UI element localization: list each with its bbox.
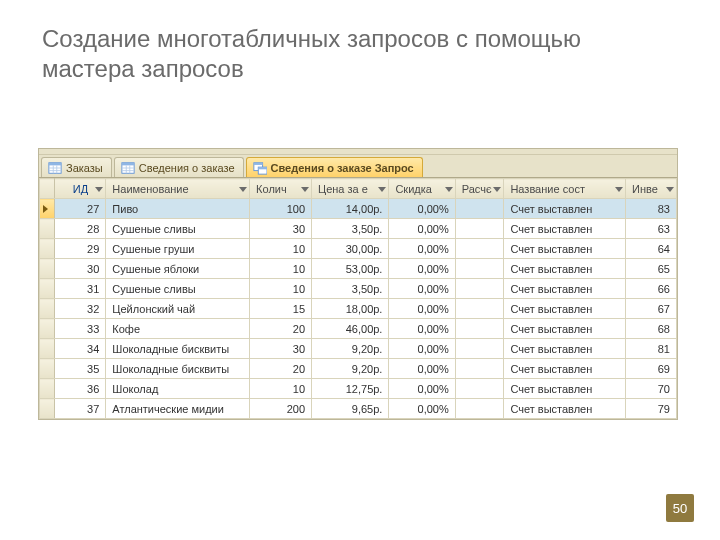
table-row[interactable]: 36Шоколад1012,75p.0,00%Счет выставлен70 [40,379,677,399]
cell-name[interactable]: Шоколадные бисквиты [106,339,250,359]
row-selector[interactable] [40,379,55,399]
table-row[interactable]: 29Сушеные груши1030,00p.0,00%Счет выстав… [40,239,677,259]
col-header-qty[interactable]: Колич [250,179,312,199]
cell-qty[interactable]: 10 [250,259,312,279]
cell-discount[interactable]: 0,00% [389,279,455,299]
cell-price[interactable]: 3,50p. [312,219,389,239]
row-selector[interactable] [40,339,55,359]
cell-id[interactable]: 30 [55,259,106,279]
cell-discount[interactable]: 0,00% [389,319,455,339]
cell-inv[interactable]: 64 [626,239,677,259]
row-selector[interactable] [40,219,55,239]
cell-discount[interactable]: 0,00% [389,399,455,419]
row-selector-header[interactable] [40,179,55,199]
cell-price[interactable]: 14,00p. [312,199,389,219]
table-row[interactable]: 32Цейлонский чай1518,00p.0,00%Счет выста… [40,299,677,319]
cell-status[interactable]: Счет выставлен [504,279,626,299]
cell-price[interactable]: 9,20p. [312,339,389,359]
cell-status[interactable]: Счет выставлен [504,299,626,319]
cell-qty[interactable]: 10 [250,239,312,259]
cell-id[interactable]: 35 [55,359,106,379]
cell-inv[interactable]: 65 [626,259,677,279]
table-row[interactable]: 35Шоколадные бисквиты209,20p.0,00%Счет в… [40,359,677,379]
col-header-price[interactable]: Цена за е [312,179,389,199]
dropdown-icon[interactable] [493,185,501,193]
cell-calc[interactable] [455,339,504,359]
cell-status[interactable]: Счет выставлен [504,219,626,239]
table-row[interactable]: 37Атлантические мидии2009,65p.0,00%Счет … [40,399,677,419]
dropdown-icon[interactable] [378,185,386,193]
cell-name[interactable]: Пиво [106,199,250,219]
cell-status[interactable]: Счет выставлен [504,239,626,259]
cell-inv[interactable]: 79 [626,399,677,419]
cell-calc[interactable] [455,299,504,319]
cell-inv[interactable]: 67 [626,299,677,319]
cell-status[interactable]: Счет выставлен [504,199,626,219]
cell-price[interactable]: 18,00p. [312,299,389,319]
cell-inv[interactable]: 70 [626,379,677,399]
cell-qty[interactable]: 30 [250,219,312,239]
cell-calc[interactable] [455,399,504,419]
table-row[interactable]: 28Сушеные сливы303,50p.0,00%Счет выставл… [40,219,677,239]
dropdown-icon[interactable] [615,185,623,193]
cell-name[interactable]: Шоколад [106,379,250,399]
dropdown-icon[interactable] [666,185,674,193]
cell-name[interactable]: Сушеные груши [106,239,250,259]
cell-price[interactable]: 46,00p. [312,319,389,339]
cell-qty[interactable]: 200 [250,399,312,419]
cell-status[interactable]: Счет выставлен [504,399,626,419]
cell-id[interactable]: 32 [55,299,106,319]
row-selector[interactable] [40,399,55,419]
row-selector[interactable] [40,279,55,299]
table-row[interactable]: 34Шоколадные бисквиты309,20p.0,00%Счет в… [40,339,677,359]
cell-calc[interactable] [455,359,504,379]
cell-qty[interactable]: 30 [250,339,312,359]
cell-inv[interactable]: 83 [626,199,677,219]
cell-calc[interactable] [455,219,504,239]
cell-name[interactable]: Сушеные сливы [106,219,250,239]
cell-id[interactable]: 36 [55,379,106,399]
cell-qty[interactable]: 10 [250,279,312,299]
cell-qty[interactable]: 20 [250,319,312,339]
cell-status[interactable]: Счет выставлен [504,379,626,399]
cell-id[interactable]: 27 [55,199,106,219]
cell-qty[interactable]: 10 [250,379,312,399]
cell-calc[interactable] [455,239,504,259]
cell-inv[interactable]: 68 [626,319,677,339]
tab-order-details-query[interactable]: Сведения о заказе Запрос [246,157,423,177]
cell-discount[interactable]: 0,00% [389,339,455,359]
cell-price[interactable]: 12,75p. [312,379,389,399]
cell-status[interactable]: Счет выставлен [504,339,626,359]
table-row[interactable]: 31Сушеные сливы103,50p.0,00%Счет выставл… [40,279,677,299]
cell-inv[interactable]: 81 [626,339,677,359]
cell-id[interactable]: 33 [55,319,106,339]
row-selector[interactable] [40,239,55,259]
row-selector[interactable] [40,299,55,319]
cell-id[interactable]: 37 [55,399,106,419]
cell-name[interactable]: Шоколадные бисквиты [106,359,250,379]
cell-price[interactable]: 30,00p. [312,239,389,259]
row-selector[interactable] [40,259,55,279]
cell-discount[interactable]: 0,00% [389,379,455,399]
col-header-calc[interactable]: Расчє [455,179,504,199]
cell-id[interactable]: 31 [55,279,106,299]
cell-calc[interactable] [455,279,504,299]
row-selector[interactable] [40,319,55,339]
col-header-discount[interactable]: Скидка [389,179,455,199]
table-row[interactable]: 30Сушеные яблоки1053,00p.0,00%Счет выста… [40,259,677,279]
data-grid[interactable]: ИД Наименование Колич Цена за е Скидка Р… [39,177,677,419]
cell-qty[interactable]: 20 [250,359,312,379]
cell-name[interactable]: Кофе [106,319,250,339]
cell-price[interactable]: 3,50p. [312,279,389,299]
cell-discount[interactable]: 0,00% [389,219,455,239]
tab-orders[interactable]: Заказы [41,157,112,177]
cell-discount[interactable]: 0,00% [389,359,455,379]
cell-name[interactable]: Атлантические мидии [106,399,250,419]
cell-inv[interactable]: 66 [626,279,677,299]
cell-status[interactable]: Счет выставлен [504,319,626,339]
cell-inv[interactable]: 69 [626,359,677,379]
cell-price[interactable]: 9,65p. [312,399,389,419]
cell-discount[interactable]: 0,00% [389,259,455,279]
col-header-inv[interactable]: Инве [626,179,677,199]
cell-status[interactable]: Счет выставлен [504,359,626,379]
